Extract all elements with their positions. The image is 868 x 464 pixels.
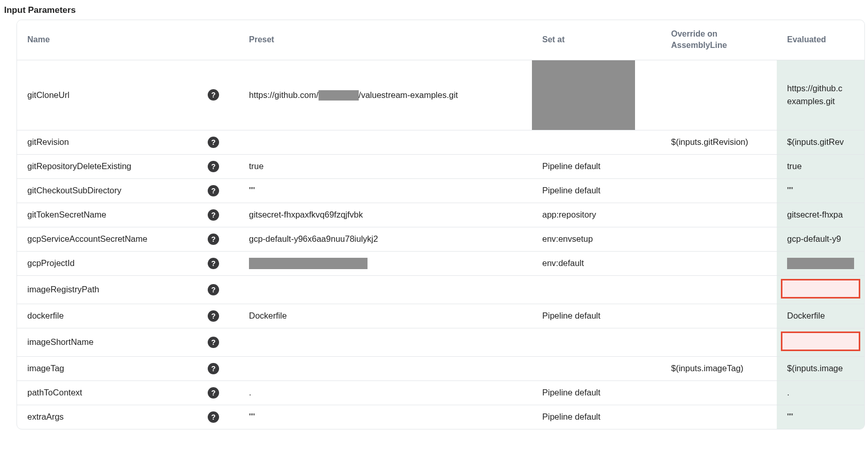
param-set-at [532,130,661,154]
table-row: gitCloneUrl?https://github.com//valuestr… [17,60,864,130]
param-name: gcpProjectId [17,251,208,275]
param-evaluated [777,275,864,304]
param-evaluated: true [777,154,864,178]
param-set-at: Pipeline default [532,304,661,328]
table-header-row: Name Preset Set at Override on AssemblyL… [17,20,864,60]
table-row: gcpServiceAccountSecretName?gcp-default-… [17,227,864,251]
param-name: gcpServiceAccountSecretName [17,227,208,251]
table-row: extraArgs?""Pipeline default"" [17,405,864,429]
param-override [661,328,777,356]
table-row: imageTag?$(inputs.imageTag)$(inputs.imag… [17,356,864,380]
param-name: imageShortName [17,328,208,356]
param-evaluated: Dockerfile [777,304,864,328]
help-icon[interactable]: ? [208,387,219,399]
preset-suffix: /valuestream-examples.git [359,90,458,100]
help-cell: ? [208,380,239,405]
param-name: gitRevision [17,130,208,154]
parameters-table-wrap: Name Preset Set at Override on AssemblyL… [16,20,865,429]
param-name: imageTag [17,356,208,380]
param-override [661,380,777,405]
help-cell: ? [208,154,239,178]
help-icon[interactable]: ? [208,185,219,196]
param-preset: gitsecret-fhxpaxfkvq69fzqjfvbk [239,203,532,227]
parameters-table: Name Preset Set at Override on AssemblyL… [17,20,864,429]
help-icon[interactable]: ? [208,89,219,101]
param-override: $(inputs.gitRevision) [661,130,777,154]
redacted-chip [319,90,359,101]
param-preset: true [239,154,532,178]
help-cell: ? [208,227,239,251]
param-evaluated: gcp-default-y9 [777,227,864,251]
help-icon[interactable]: ? [208,310,219,322]
help-icon[interactable]: ? [208,258,219,269]
table-row: dockerfile?DockerfilePipeline defaultDoc… [17,304,864,328]
param-set-at [532,275,661,304]
help-icon[interactable]: ? [208,411,219,423]
param-preset: . [239,380,532,405]
param-override [661,227,777,251]
help-icon[interactable]: ? [208,337,219,348]
param-set-at: Pipeline default [532,178,661,203]
param-name: imageRegistryPath [17,275,208,304]
param-evaluated: gitsecret-fhxpa [777,203,864,227]
param-override [661,203,777,227]
help-cell: ? [208,328,239,356]
param-evaluated [777,251,864,275]
param-evaluated: . [777,380,864,405]
param-name: gitCloneUrl [17,60,208,130]
param-override [661,154,777,178]
table-row: gitTokenSecretName?gitsecret-fhxpaxfkvq6… [17,203,864,227]
help-cell: ? [208,275,239,304]
col-header-name[interactable]: Name [17,20,239,60]
redacted-block [532,60,635,130]
param-set-at: env:default [532,251,661,275]
help-cell: ? [208,130,239,154]
param-preset: "" [239,405,532,429]
table-row: gitRepositoryDeleteExisting?truePipeline… [17,154,864,178]
help-icon[interactable]: ? [208,363,219,374]
col-header-evaluated[interactable]: Evaluated [777,20,864,60]
table-row: gitCheckoutSubDirectory?""Pipeline defau… [17,178,864,203]
col-header-preset[interactable]: Preset [239,20,532,60]
help-icon[interactable]: ? [208,209,219,221]
table-row: gcpProjectId?env:default [17,251,864,275]
param-set-at: env:envsetup [532,227,661,251]
param-set-at [532,328,661,356]
help-cell: ? [208,203,239,227]
help-icon[interactable]: ? [208,234,219,245]
param-preset [239,251,532,275]
param-preset [239,275,532,304]
section-title: Input Parameters [3,4,865,20]
param-evaluated: "" [777,178,864,203]
param-preset: https://github.com//valuestream-examples… [239,60,532,130]
col-header-set-at[interactable]: Set at [532,20,661,60]
param-evaluated: $(inputs.image [777,356,864,380]
redacted-chip [787,258,854,269]
param-preset: Dockerfile [239,304,532,328]
param-override [661,60,777,130]
param-evaluated: $(inputs.gitRev [777,130,864,154]
param-evaluated [777,328,864,356]
param-override [661,405,777,429]
param-preset [239,356,532,380]
param-name: dockerfile [17,304,208,328]
help-cell: ? [208,405,239,429]
help-cell: ? [208,178,239,203]
help-icon[interactable]: ? [208,161,219,172]
param-evaluated: "" [777,405,864,429]
help-icon[interactable]: ? [208,284,219,295]
param-override [661,251,777,275]
redacted-chip [249,258,368,269]
param-preset: gcp-default-y96x6aa9nuu78iulykj2 [239,227,532,251]
param-override [661,304,777,328]
table-row: imageShortName? [17,328,864,356]
help-icon[interactable]: ? [208,137,219,148]
param-set-at: app:repository [532,203,661,227]
param-preset [239,130,532,154]
help-cell: ? [208,251,239,275]
col-header-override[interactable]: Override on AssemblyLine [661,20,777,60]
param-name: pathToContext [17,380,208,405]
help-cell: ? [208,60,239,130]
param-name: gitRepositoryDeleteExisting [17,154,208,178]
param-override [661,178,777,203]
